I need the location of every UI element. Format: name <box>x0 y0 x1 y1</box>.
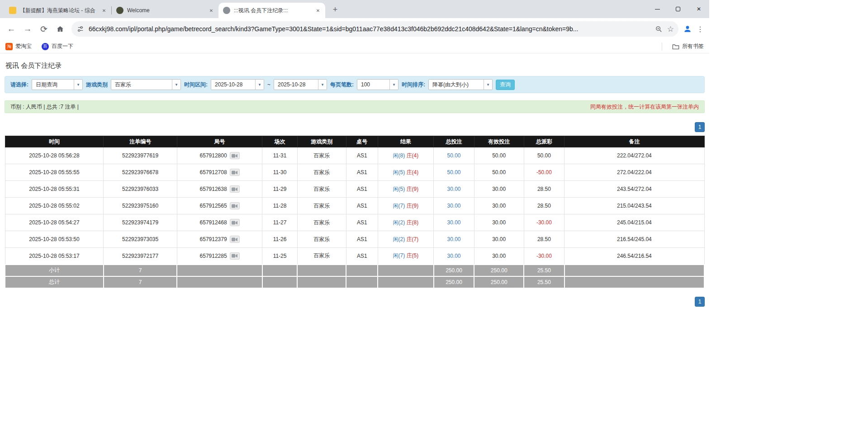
cell-payout: 28.50 <box>524 181 564 198</box>
cell-result: 闲(7) 庄(5) <box>378 248 434 265</box>
cell-session: 11-29 <box>262 181 297 198</box>
page-1-button[interactable]: 1 <box>695 122 705 132</box>
bookmark-star-icon[interactable]: ☆ <box>667 24 674 34</box>
round-id-text: 657912638 <box>200 186 227 192</box>
home-button[interactable] <box>53 22 67 36</box>
close-tab-icon[interactable]: ✕ <box>100 7 108 14</box>
reload-button[interactable]: ⟳ <box>37 22 51 36</box>
folder-icon <box>672 43 679 50</box>
total-total-bet: 250.00 <box>434 276 474 288</box>
replay-video-icon[interactable] <box>230 252 240 260</box>
column-header: 游戏类别 <box>297 136 346 147</box>
date-from-select[interactable]: 2025-10-28 ▾ <box>211 79 264 90</box>
tab-bet-records[interactable]: :::视讯 会员下注纪录::: ✕ <box>218 3 325 18</box>
zoom-icon[interactable] <box>655 25 663 33</box>
game-type-select[interactable]: 百家乐 ▾ <box>111 79 181 90</box>
search-button[interactable]: 查询 <box>496 80 515 90</box>
total-empty <box>297 276 346 288</box>
cell-valid-bet: 30.00 <box>474 181 524 198</box>
minimize-button[interactable] <box>647 0 668 18</box>
tab-forum[interactable]: 【新提醒】海燕策略论坛 - 综合 ✕ <box>5 3 111 18</box>
new-tab-button[interactable]: + <box>329 3 342 16</box>
total-payout: 25.50 <box>524 276 564 288</box>
bookmarks-divider <box>662 43 662 51</box>
sort-select[interactable]: 降幂(由大到小) ▾ <box>428 79 493 90</box>
cell-total-bet-link[interactable]: 30.00 <box>434 214 474 231</box>
round-id-text: 657912800 <box>200 152 227 159</box>
game-type-label: 游戏类别 <box>86 81 108 89</box>
cell-time: 2025-10-28 05:53:17 <box>5 248 104 265</box>
cell-total-bet-link[interactable]: 30.00 <box>434 231 474 248</box>
cell-round-id: 657912565 <box>177 198 262 214</box>
cell-total-bet-link[interactable]: 30.00 <box>434 248 474 265</box>
replay-video-icon[interactable] <box>230 169 240 176</box>
bookmark-baidu[interactable]: 百 百度一下 <box>42 43 73 50</box>
total-valid-bet: 250.00 <box>474 276 524 288</box>
close-window-button[interactable]: ✕ <box>688 0 709 18</box>
result-player: 闲(2) <box>393 219 405 226</box>
sort-label: 时间排序: <box>402 81 425 89</box>
maximize-button[interactable] <box>668 0 688 18</box>
table-row: 2025-10-28 05:54:27 522923974179 6579124… <box>5 214 704 231</box>
subtotal-empty <box>177 265 262 276</box>
subtotal-total-bet: 250.00 <box>434 265 474 276</box>
replay-video-icon[interactable] <box>230 185 240 193</box>
cell-time: 2025-10-28 05:54:27 <box>5 214 104 231</box>
chevron-down-icon[interactable]: ▾ <box>318 80 327 90</box>
cell-time: 2025-10-28 05:53:50 <box>5 231 104 248</box>
result-player: 闲(8) <box>393 152 405 159</box>
close-tab-icon[interactable]: ✕ <box>314 7 322 14</box>
per-page-select[interactable]: 100 ▾ <box>357 79 398 90</box>
cell-total-bet-link[interactable]: 50.00 <box>434 164 474 181</box>
browser-toolbar: ← → ⟳ 66cxkj98.com/ipl/portal.php/game/b… <box>0 18 709 40</box>
result-banker: 庄(5) <box>407 252 419 259</box>
cell-table-no: AS1 <box>346 248 378 265</box>
chevron-down-icon[interactable]: ▾ <box>484 80 492 90</box>
forward-button[interactable]: → <box>21 22 34 36</box>
forum-favicon-icon <box>9 7 16 14</box>
url-text[interactable]: 66cxkj98.com/ipl/portal.php/game/betreco… <box>89 25 650 33</box>
replay-video-icon[interactable] <box>230 202 240 209</box>
chevron-down-icon[interactable]: ▾ <box>255 80 264 90</box>
profile-icon[interactable] <box>683 24 692 33</box>
bookmark-label: 百度一下 <box>52 43 73 50</box>
cell-session: 11-25 <box>262 248 297 265</box>
menu-dots-icon[interactable]: ⋮ <box>697 25 704 33</box>
cell-total-bet-link[interactable]: 50.00 <box>434 147 474 164</box>
replay-video-icon[interactable] <box>230 219 240 226</box>
cell-valid-bet: 30.00 <box>474 198 524 214</box>
chevron-down-icon[interactable]: ▾ <box>389 80 398 90</box>
cell-round-id: 657912468 <box>177 214 262 231</box>
cell-total-bet-link[interactable]: 30.00 <box>434 198 474 214</box>
replay-video-icon[interactable] <box>230 236 240 243</box>
cell-bet-id: 522923972177 <box>104 248 177 265</box>
cell-game-type: 百家乐 <box>297 198 346 214</box>
date-to-select[interactable]: 2025-10-28 ▾ <box>274 79 327 90</box>
total-label: 总计 <box>5 276 104 288</box>
page-1-button[interactable]: 1 <box>695 297 705 307</box>
cell-result: 闲(5) 庄(4) <box>378 164 434 181</box>
chevron-down-icon[interactable]: ▾ <box>172 80 180 90</box>
cell-game-type: 百家乐 <box>297 231 346 248</box>
close-tab-icon[interactable]: ✕ <box>208 7 215 14</box>
tab-title: 【新提醒】海燕策略论坛 - 综合 <box>20 7 97 14</box>
tab-welcome[interactable]: Welcome ✕ <box>112 3 218 18</box>
bookmark-taobao[interactable]: 淘 爱淘宝 <box>5 43 32 50</box>
back-button[interactable]: ← <box>5 22 18 36</box>
cell-bet-id: 522923977619 <box>104 147 177 164</box>
result-banker: 庄(8) <box>407 219 419 226</box>
site-info-icon[interactable] <box>77 25 84 33</box>
query-type-label: 请选择: <box>10 81 28 89</box>
cell-result: 闲(2) 庄(8) <box>378 214 434 231</box>
subtotal-empty <box>262 265 297 276</box>
address-bar[interactable]: 66cxkj98.com/ipl/portal.php/game/betreco… <box>71 21 678 37</box>
cell-payout: -30.00 <box>524 214 564 231</box>
chevron-down-icon[interactable]: ▾ <box>74 80 82 90</box>
replay-video-icon[interactable] <box>230 152 240 159</box>
cell-session: 11-31 <box>262 147 297 164</box>
all-bookmarks-button[interactable]: 所有书签 <box>672 43 704 50</box>
cell-game-type: 百家乐 <box>297 164 346 181</box>
query-type-select[interactable]: 日期查询 ▾ <box>32 79 83 90</box>
cell-note: 245.04/215.04 <box>564 214 704 231</box>
cell-total-bet-link[interactable]: 30.00 <box>434 181 474 198</box>
